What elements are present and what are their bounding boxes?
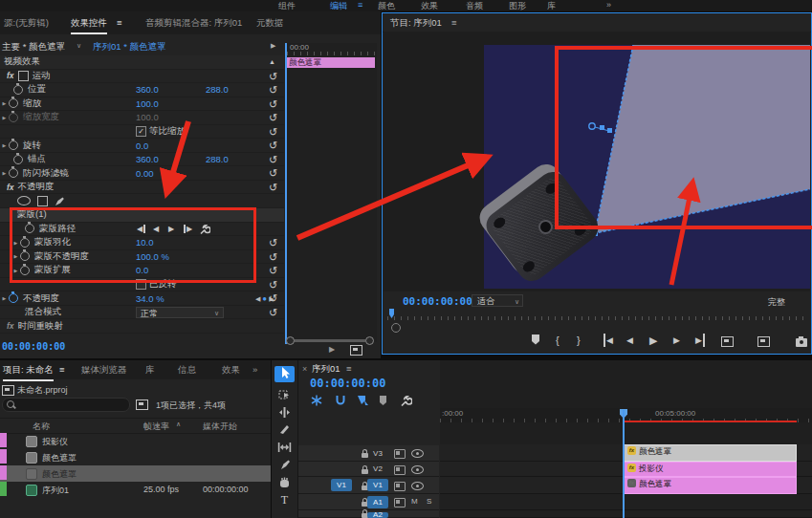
stopwatch-icon[interactable]: [9, 140, 18, 150]
reset-icon[interactable]: ↺: [269, 139, 277, 152]
stopwatch-icon[interactable]: [25, 224, 34, 233]
ripple-edit-tool[interactable]: [274, 405, 295, 421]
label-swatch[interactable]: [0, 465, 7, 480]
clip-v2[interactable]: fx投影仪: [624, 462, 797, 477]
label-swatch[interactable]: [0, 482, 7, 496]
reset-icon[interactable]: ↺: [269, 306, 277, 319]
mask-1-row[interactable]: 蒙版(1): [0, 208, 284, 223]
scale-width-value[interactable]: 100.0: [136, 112, 159, 122]
disclosure-icon[interactable]: ▶: [0, 100, 9, 106]
mask-track-backward-icon[interactable]: ◀: [153, 225, 159, 233]
track-name-a2[interactable]: A2: [367, 512, 388, 518]
prev-keyframe-icon[interactable]: ◀: [255, 295, 260, 302]
track-name-v3[interactable]: V3: [367, 447, 388, 460]
mute-button[interactable]: M: [411, 497, 418, 506]
mask-track-forward-icon[interactable]: ▶: [168, 225, 174, 233]
lane-v1[interactable]: fx颜色遮罩: [440, 477, 812, 494]
track-name-v1[interactable]: V1: [367, 479, 388, 491]
mask-feather-value[interactable]: 10.0: [136, 237, 154, 248]
effect-timeline-playhead[interactable]: [285, 43, 287, 344]
timeline-marker-icon[interactable]: [378, 395, 388, 406]
workspace-tab-effects[interactable]: 效果: [421, 0, 438, 12]
workspace-tab-libraries[interactable]: 库: [547, 0, 556, 12]
mask-prev-frame-icon[interactable]: ◀: [137, 225, 145, 233]
mask-expansion-row[interactable]: ▶ 蒙版扩展 0.0 ↺: [0, 264, 284, 278]
linked-selection-icon[interactable]: [357, 395, 369, 406]
razor-tool[interactable]: [274, 422, 295, 439]
lane-a1[interactable]: [440, 494, 812, 510]
project-overflow-icon[interactable]: »: [252, 364, 257, 375]
mask-options-wrench-icon[interactable]: [199, 224, 210, 235]
go-to-out-icon[interactable]: ▶: [695, 334, 705, 347]
mask-next-frame-icon[interactable]: ▶: [184, 225, 192, 233]
opacity-value[interactable]: 34.0 %: [136, 293, 165, 304]
master-chevron-icon[interactable]: ∨: [77, 42, 81, 50]
stopwatch-icon[interactable]: [20, 251, 30, 261]
project-file-name[interactable]: 未命名.prproj: [17, 384, 68, 397]
extract-icon[interactable]: [757, 336, 770, 347]
scale-value[interactable]: 100.0: [136, 98, 159, 109]
position-y-value[interactable]: 288.0: [206, 84, 229, 95]
reset-icon[interactable]: ↺: [269, 153, 277, 166]
project-panel-menu-icon[interactable]: ≡: [59, 364, 65, 375]
track-header-v3[interactable]: V3: [298, 445, 439, 462]
clip-v3[interactable]: fx颜色遮罩: [624, 444, 797, 462]
program-video-area[interactable]: [384, 32, 810, 291]
tab-source-monitor[interactable]: 源:(无剪辑): [4, 17, 49, 30]
slip-tool[interactable]: [274, 440, 295, 456]
track-header-a2-partial[interactable]: A2: [298, 510, 439, 518]
inverted-checkbox[interactable]: [136, 279, 146, 290]
add-keyframe-icon[interactable]: ●: [262, 294, 267, 303]
rect-mask-tool-icon[interactable]: [37, 196, 48, 206]
tab-effects[interactable]: 效果: [222, 364, 240, 377]
reset-icon[interactable]: ↺: [269, 83, 277, 97]
timeline-settings-wrench-icon[interactable]: [400, 395, 412, 407]
reset-icon[interactable]: ↺: [269, 250, 277, 264]
mask-opacity-row[interactable]: ▶ 蒙版不透明度 100.0 % ↺: [0, 250, 284, 265]
reset-icon[interactable]: ↺: [269, 111, 277, 124]
reset-icon[interactable]: ↺: [269, 166, 277, 180]
sync-lock-icon[interactable]: [394, 498, 406, 507]
disclosure-icon[interactable]: ▶: [0, 170, 9, 176]
disclosure-icon[interactable]: ▶: [0, 115, 9, 120]
tab-audio-clip-mixer[interactable]: 音频剪辑混合器: 序列01: [145, 17, 242, 30]
solo-button[interactable]: S: [427, 497, 431, 506]
project-item-row-selected[interactable]: 颜色遮罩: [0, 465, 271, 482]
uniform-scale-checkbox[interactable]: ✓: [136, 126, 146, 137]
stopwatch-icon[interactable]: [13, 85, 23, 95]
stopwatch-icon[interactable]: [9, 168, 18, 178]
label-swatch[interactable]: [0, 449, 7, 464]
program-timecode[interactable]: 00:00:00:00: [403, 295, 472, 308]
hand-tool[interactable]: [274, 475, 295, 491]
tab-media-browser[interactable]: 媒体浏览器: [81, 364, 127, 377]
go-to-in-icon[interactable]: ◀: [604, 334, 613, 347]
effect-timeline-hscrollbar[interactable]: [286, 336, 374, 345]
opacity-effect-row[interactable]: fx 不透明度 ↺: [0, 181, 284, 195]
timeline-menu-icon[interactable]: ≡: [346, 363, 352, 374]
timeline-timecode[interactable]: 00:00:00:00: [310, 377, 385, 390]
anchor-x-value[interactable]: 360.0: [136, 154, 159, 164]
track-output-eye-icon[interactable]: [411, 482, 424, 490]
column-framerate[interactable]: 帧速率: [143, 421, 169, 433]
playback-resolution[interactable]: 完整: [768, 296, 785, 309]
collapse-icon[interactable]: ▲: [269, 55, 275, 69]
step-back-icon[interactable]: ◀: [626, 334, 633, 347]
toggle-effects-icon[interactable]: [350, 345, 362, 356]
lane-a2[interactable]: [440, 510, 812, 518]
master-clip-label[interactable]: 主要 * 颜色遮罩: [2, 41, 65, 54]
clip-fx-badge[interactable]: fx: [627, 479, 636, 487]
clip-fx-badge[interactable]: fx: [627, 464, 636, 472]
track-output-eye-icon[interactable]: [411, 465, 424, 474]
timeline-playhead-line[interactable]: [623, 410, 625, 518]
video-effects-header[interactable]: 视频效果 ▲: [0, 55, 284, 70]
program-hscrollbar[interactable]: [391, 323, 401, 333]
pen-mask-tool-icon[interactable]: [55, 196, 65, 206]
track-output-eye-icon[interactable]: [411, 449, 424, 458]
column-media-start[interactable]: 媒体开始: [203, 421, 237, 433]
time-remap-row[interactable]: fx 时间重映射: [0, 319, 284, 334]
disclosure-icon[interactable]: ▶: [0, 142, 9, 148]
tab-effect-controls[interactable]: 效果控件: [71, 17, 107, 34]
pen-tool[interactable]: [274, 457, 295, 473]
program-time-ruler[interactable]: [387, 311, 806, 320]
sync-lock-icon[interactable]: [394, 449, 406, 459]
